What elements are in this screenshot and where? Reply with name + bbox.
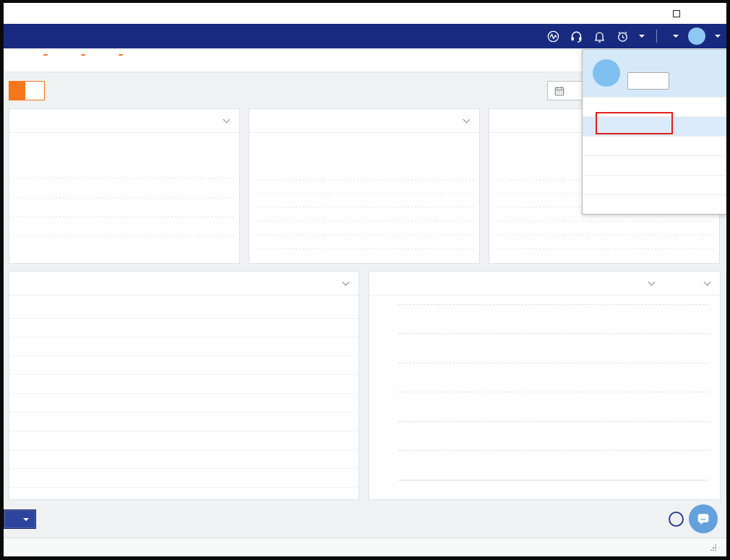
chat-bubble-icon <box>695 511 711 527</box>
table-row-empty <box>9 375 358 394</box>
chevron-down-icon <box>223 116 231 123</box>
help-button[interactable] <box>669 512 684 527</box>
sales-card-header <box>9 109 239 133</box>
menu-item-logout-exit[interactable] <box>583 194 726 214</box>
errors-count-badge <box>119 54 123 56</box>
minimize-button[interactable] <box>627 3 660 24</box>
get-new-orders-button[interactable] <box>4 509 36 529</box>
new-orders-count-badge <box>43 54 48 56</box>
chevron-down-icon <box>648 278 656 285</box>
app-window <box>4 3 726 556</box>
calendar-icon <box>554 85 565 97</box>
sales-card <box>9 108 240 264</box>
gridline <box>398 333 708 334</box>
top-products-card <box>9 271 359 500</box>
tab-new-orders[interactable] <box>42 48 48 72</box>
analytics-promo-label <box>25 82 44 100</box>
chat-support-button[interactable] <box>689 504 718 533</box>
x-axis-baseline <box>398 480 708 481</box>
table-row[interactable] <box>9 337 358 356</box>
regional-sales-card <box>369 271 721 500</box>
status-bar <box>4 538 726 556</box>
caret-down-icon <box>23 518 29 521</box>
table-row-empty <box>9 469 358 488</box>
menu-item-my-account[interactable] <box>583 97 726 116</box>
get-new-orders-dropdown[interactable] <box>18 518 35 521</box>
logout-button[interactable] <box>627 72 669 90</box>
table-row-empty <box>9 450 358 469</box>
tab-posted-orders[interactable] <box>80 48 85 72</box>
table-row-empty <box>9 356 358 375</box>
gridline <box>398 304 708 305</box>
table-row-empty <box>9 394 358 413</box>
menu-divider <box>656 30 657 43</box>
top-products-dropdown[interactable] <box>299 283 348 285</box>
tab-errors[interactable] <box>117 48 123 72</box>
maximize-icon <box>673 10 680 17</box>
regional-sales-header <box>369 272 720 296</box>
resize-grip[interactable] <box>710 544 716 551</box>
user-avatar[interactable] <box>688 27 705 45</box>
store-caret-icon <box>673 35 679 38</box>
menu-item-activities-notifications[interactable] <box>583 155 726 175</box>
main-menu-bar <box>4 24 726 48</box>
user-menu-header <box>583 50 726 97</box>
user-menu-caret-icon[interactable] <box>715 35 721 38</box>
table-row[interactable] <box>9 319 358 337</box>
margin-card-header <box>249 109 479 133</box>
window-controls <box>627 3 726 24</box>
menu-item-manage-users[interactable] <box>583 116 726 136</box>
gridline <box>398 450 708 451</box>
sales-metric-dropdown[interactable] <box>208 120 229 122</box>
title-bar <box>4 3 726 24</box>
scheduler-alarm-icon[interactable] <box>616 30 630 43</box>
sales-line-chart <box>9 171 239 252</box>
table-row-empty <box>9 413 358 431</box>
menu-item-activity-log[interactable] <box>583 175 726 194</box>
margin-card <box>249 108 480 264</box>
gridline <box>398 392 708 392</box>
chevron-down-icon <box>343 278 350 285</box>
close-button[interactable] <box>693 3 726 24</box>
notifications-bell-icon[interactable] <box>593 30 606 43</box>
user-avatar-large <box>593 59 620 87</box>
chevron-down-icon <box>463 116 471 123</box>
regional-metric-dropdown[interactable] <box>683 283 710 285</box>
scheduler-caret-icon[interactable] <box>639 35 645 38</box>
gridline <box>398 421 708 422</box>
activity-icon[interactable] <box>546 30 560 43</box>
table-header-row <box>9 299 358 319</box>
maximize-button[interactable] <box>660 3 693 24</box>
top-products-header <box>9 272 358 296</box>
chevron-down-icon <box>704 278 711 285</box>
new-badge <box>9 82 25 100</box>
menu-item-ticket-status[interactable] <box>583 136 726 155</box>
menu-bar-right <box>546 24 721 48</box>
user-dropdown-menu <box>582 49 726 215</box>
store-selector[interactable] <box>669 35 679 38</box>
table-row-empty <box>9 431 358 450</box>
margin-line-chart <box>249 171 479 252</box>
posted-orders-count-badge <box>81 54 85 56</box>
analytics-promo-button[interactable] <box>9 81 45 100</box>
regional-topn-dropdown[interactable] <box>627 283 654 285</box>
headset-support-icon[interactable] <box>570 30 583 43</box>
margin-metric-dropdown[interactable] <box>448 120 469 122</box>
gridline <box>398 363 708 363</box>
